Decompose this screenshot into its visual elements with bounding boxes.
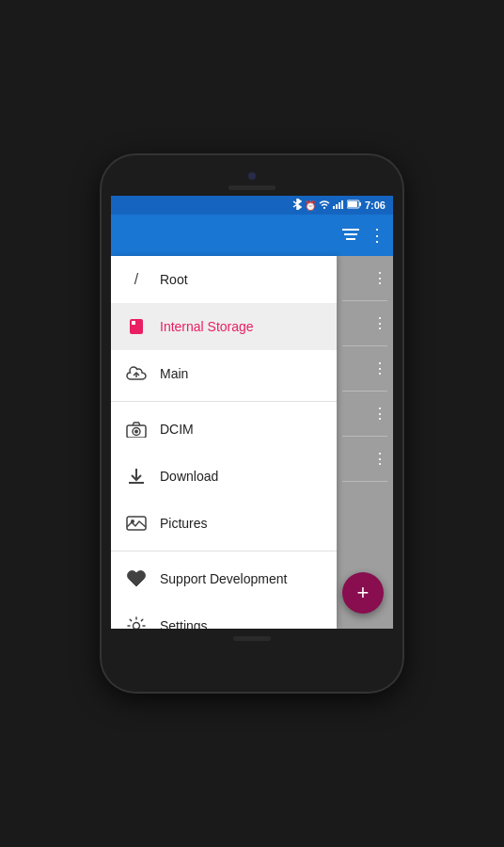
nav-item-support-label: Support Development (160, 571, 287, 586)
svg-point-0 (323, 207, 325, 209)
phone-speaker (228, 185, 276, 190)
nav-drawer: / Root Internal Storage (111, 256, 337, 629)
camera-icon (126, 419, 147, 439)
nav-item-root-label: Root (160, 272, 188, 287)
content-row-4: ⋮ (342, 392, 387, 437)
svg-rect-12 (132, 321, 135, 325)
phone-camera (248, 172, 256, 180)
bluetooth-icon (292, 199, 302, 212)
row-options-1[interactable]: ⋮ (372, 269, 387, 287)
more-options-icon[interactable]: ⋮ (369, 225, 386, 246)
content-row-2: ⋮ (342, 301, 387, 346)
download-icon (126, 466, 147, 487)
slash-icon: / (126, 269, 147, 290)
app-bar: ⋮ (111, 215, 393, 256)
fab-add-button[interactable]: + (342, 572, 384, 614)
main-layout: / Root Internal Storage (111, 256, 393, 629)
nav-item-support[interactable]: Support Development (111, 555, 337, 602)
nav-item-dcim[interactable]: DCIM (111, 406, 337, 453)
nav-item-settings-label: Settings (160, 618, 208, 629)
svg-point-16 (134, 430, 138, 434)
filter-icon[interactable] (342, 226, 359, 246)
cloud-icon (126, 363, 147, 384)
gear-icon (126, 615, 147, 629)
svg-point-21 (134, 623, 140, 630)
nav-item-download-label: Download (160, 469, 218, 484)
row-options-5[interactable]: ⋮ (372, 450, 387, 468)
nav-item-download[interactable]: Download (111, 453, 337, 500)
svg-rect-1 (333, 206, 335, 209)
status-bar: ⏰ (111, 196, 393, 215)
image-icon (126, 513, 147, 534)
divider-1 (111, 401, 337, 402)
svg-rect-3 (339, 202, 340, 209)
content-row-1: ⋮ (342, 256, 387, 301)
nav-item-main-label: Main (160, 366, 188, 381)
nav-item-root[interactable]: / Root (111, 256, 337, 303)
wifi-icon (319, 200, 330, 211)
content-row-3: ⋮ (342, 346, 387, 392)
svg-rect-4 (341, 200, 343, 209)
svg-rect-6 (359, 202, 361, 206)
alarm-icon: ⏰ (305, 200, 316, 211)
phone-bottom (111, 636, 393, 641)
row-options-4[interactable]: ⋮ (372, 405, 387, 423)
nav-item-internal-storage[interactable]: Internal Storage (111, 303, 337, 350)
phone-screen: ⏰ (111, 196, 393, 629)
svg-rect-2 (336, 204, 338, 209)
home-button (233, 636, 271, 641)
battery-icon (347, 200, 362, 211)
content-row-5: ⋮ (342, 437, 387, 482)
svg-rect-7 (348, 201, 357, 207)
nav-item-internal-storage-label: Internal Storage (160, 319, 254, 334)
phone-shell: ⏰ (102, 155, 402, 692)
storage-icon (126, 316, 147, 337)
row-options-3[interactable]: ⋮ (372, 360, 387, 377)
divider-2 (111, 551, 337, 551)
nav-item-dcim-label: DCIM (160, 422, 194, 437)
nav-item-main[interactable]: Main (111, 350, 337, 397)
status-time: 7:06 (365, 200, 386, 211)
signal-icon (333, 200, 344, 211)
row-options-2[interactable]: ⋮ (372, 314, 387, 332)
nav-item-pictures-label: Pictures (160, 516, 208, 531)
fab-plus-icon: + (357, 581, 370, 605)
nav-item-pictures[interactable]: Pictures (111, 500, 337, 547)
nav-item-settings[interactable]: Settings (111, 602, 337, 629)
heart-icon (126, 568, 147, 589)
status-icons: ⏰ (292, 199, 386, 212)
